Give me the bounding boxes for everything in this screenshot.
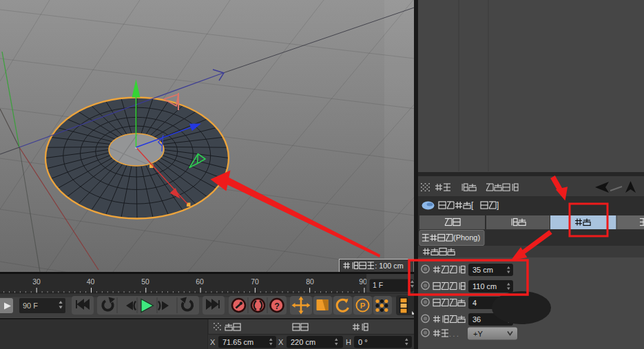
svg-text:]: ]: [497, 200, 499, 210]
svg-text:60: 60: [196, 277, 204, 286]
svg-text:0 °: 0 °: [358, 338, 368, 346]
svg-text:90 F: 90 F: [23, 302, 38, 310]
svg-text:220 cm: 220 cm: [291, 338, 315, 346]
svg-text:X: X: [210, 338, 216, 346]
svg-text:70: 70: [251, 277, 259, 286]
svg-text:30: 30: [32, 277, 41, 286]
svg-text:110 cm: 110 cm: [472, 282, 497, 290]
svg-text:80: 80: [306, 277, 314, 286]
svg-text:36: 36: [472, 315, 481, 324]
svg-text:90: 90: [359, 277, 367, 286]
svg-text:X: X: [278, 338, 284, 346]
svg-text:35 cm: 35 cm: [472, 266, 493, 274]
svg-text:. . .: . . .: [449, 330, 459, 338]
svg-text:4: 4: [472, 299, 477, 307]
svg-text:50: 50: [141, 277, 149, 286]
svg-text:: 100 cm: : 100 cm: [375, 262, 403, 270]
svg-text:(Phong): (Phong): [453, 233, 480, 242]
svg-text:40: 40: [87, 277, 95, 286]
svg-text:P: P: [360, 302, 366, 310]
svg-text:H: H: [346, 338, 351, 346]
svg-text:?: ?: [274, 302, 280, 311]
svg-text:71.65 cm: 71.65 cm: [222, 338, 253, 346]
svg-text:+Y: +Y: [473, 330, 483, 338]
svg-text:1 F: 1 F: [373, 281, 383, 289]
